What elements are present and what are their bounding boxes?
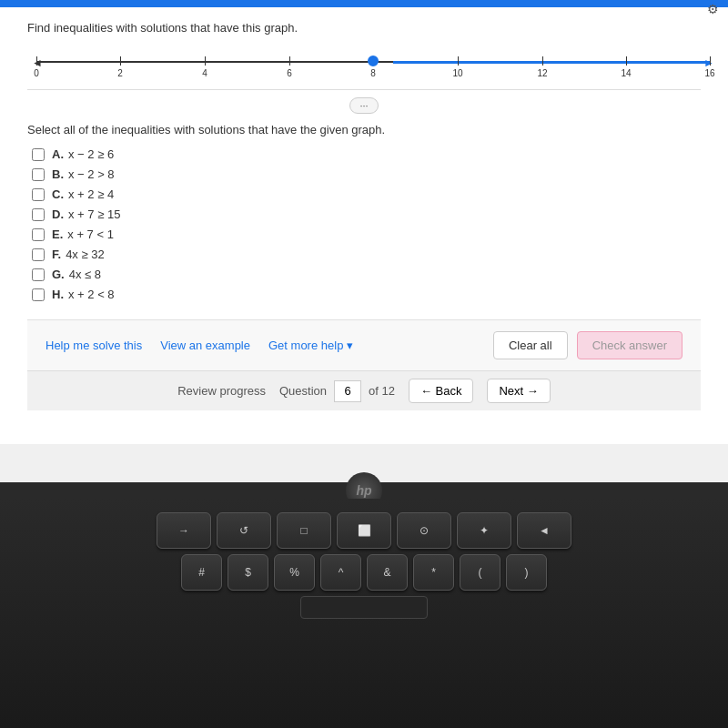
option-a-text: x − 2 ≥ 6 [68,147,114,161]
closed-dot [368,56,379,66]
option-e-label: E. [52,228,63,241]
tick-16 [710,56,711,66]
option-c-text: x + 2 ≥ 4 [68,187,114,201]
option-f-text: 4x ≥ 32 [66,248,105,261]
option-d-label: D. [52,207,64,221]
gear-icon[interactable]: ⚙ [707,2,719,16]
key-rparen[interactable]: ) [506,554,547,591]
question-label: Question [279,384,327,398]
progress-bar: Review progress Question of 12 ← Back Ne… [27,370,701,410]
top-bar: ⚙ [0,0,728,7]
content-area: Find inequalities with solutions that ha… [0,7,728,444]
checkbox-b[interactable] [32,168,45,181]
number-line-container: ◄ ► 0 2 4 6 8 10 12 [27,46,701,82]
label-0: 0 [34,68,39,78]
select-instruction: Select all of the inequalities with solu… [27,123,701,136]
option-g-text: 4x ≤ 8 [69,268,101,281]
action-bar: Help me solve this View an example Get m… [27,319,701,370]
checkbox-h[interactable] [32,288,45,301]
checkbox-e[interactable] [32,228,45,241]
key-asterisk[interactable]: * [413,554,454,591]
hp-text: hp [356,483,371,498]
option-g-label: G. [52,268,65,281]
list-item: C. x + 2 ≥ 4 [32,187,701,201]
option-f-label: F. [52,248,61,261]
screen-bezel: hp [0,482,728,499]
divider [27,89,701,90]
question-nav: Question of 12 [279,380,395,402]
laptop-bezel: hp → ↺ □ ⬜ ⊙ ✦ ◄ # $ % ^ & * ( ) [0,482,728,728]
option-h-label: H. [52,288,64,301]
option-h-text: x + 2 < 8 [68,288,115,301]
key-dollar[interactable]: $ [228,554,268,591]
checkbox-a[interactable] [32,148,45,161]
option-b-label: B. [52,167,64,181]
list-item: D. x + 7 ≥ 15 [32,207,701,221]
tick-4 [205,56,206,66]
option-e-text: x + 7 < 1 [67,228,114,241]
list-item: A. x − 2 ≥ 6 [32,147,701,161]
option-c-label: C. [52,187,64,201]
key-arrow[interactable]: → [157,512,211,549]
list-item: B. x − 2 > 8 [32,167,701,181]
view-example-link[interactable]: View an example [160,339,250,352]
key-mute[interactable]: ◄ [517,512,571,549]
total-questions: of 12 [369,384,395,398]
keyboard-row-1: → ↺ □ ⬜ ⊙ ✦ ◄ [9,512,719,549]
trackpad[interactable] [300,596,428,619]
get-more-help-link[interactable]: Get more help ▾ [268,339,353,352]
checkbox-g[interactable] [32,268,45,281]
tick-12 [542,56,543,66]
collapse-button-container: ··· [27,97,701,114]
tick-0 [36,56,37,66]
key-lparen[interactable]: ( [460,554,500,591]
question-text: Find inequalities with solutions that ha… [27,21,701,35]
number-line-filled [393,61,710,64]
review-progress-link[interactable]: Review progress [177,384,266,398]
label-4: 4 [202,68,207,78]
checkbox-d[interactable] [32,208,45,221]
key-percent[interactable]: % [274,554,315,591]
label-14: 14 [621,68,631,78]
help-link[interactable]: Help me solve this [46,339,142,352]
options-list: A. x − 2 ≥ 6 B. x − 2 > 8 C. x + 2 ≥ 4 D… [32,147,701,301]
screen: ⚙ Find inequalities with solutions that … [0,0,728,482]
label-8: 8 [370,68,376,78]
label-2: 2 [117,68,123,78]
list-item: E. x + 7 < 1 [32,228,701,241]
key-window[interactable]: □ [277,512,331,549]
next-button[interactable]: Next → [487,379,550,403]
list-item: H. x + 2 < 8 [32,288,701,301]
key-fullscreen[interactable]: ⬜ [337,512,391,549]
collapse-button[interactable]: ··· [349,97,378,114]
key-settings[interactable]: ⊙ [397,512,451,549]
keyboard-row-2: # $ % ^ & * ( ) [9,554,719,591]
tick-2 [120,56,121,66]
option-b-text: x − 2 > 8 [68,167,115,181]
key-brightness[interactable]: ✦ [457,512,511,549]
keyboard-area: → ↺ □ ⬜ ⊙ ✦ ◄ # $ % ^ & * ( ) [0,499,728,728]
clear-button[interactable]: Clear all [493,331,568,359]
check-answer-button[interactable]: Check answer [577,331,682,359]
checkbox-c[interactable] [32,188,45,201]
checkbox-f[interactable] [32,248,45,261]
back-button[interactable]: ← Back [409,379,474,403]
number-line: ◄ ► 0 2 4 6 8 10 12 [36,50,710,77]
key-caret[interactable]: ^ [320,554,361,591]
label-16: 16 [704,68,714,78]
tick-14 [626,56,627,66]
list-item: G. 4x ≤ 8 [32,268,701,281]
option-d-text: x + 7 ≥ 15 [68,207,120,221]
label-6: 6 [287,68,292,78]
option-a-label: A. [52,147,64,161]
tick-10 [458,56,459,66]
tick-6 [289,56,290,66]
key-ampersand[interactable]: & [367,554,408,591]
question-number-input[interactable] [334,380,361,402]
key-hash[interactable]: # [181,554,222,591]
label-10: 10 [452,68,462,78]
label-12: 12 [537,68,547,78]
list-item: F. 4x ≥ 32 [32,248,701,261]
key-refresh[interactable]: ↺ [217,512,271,549]
